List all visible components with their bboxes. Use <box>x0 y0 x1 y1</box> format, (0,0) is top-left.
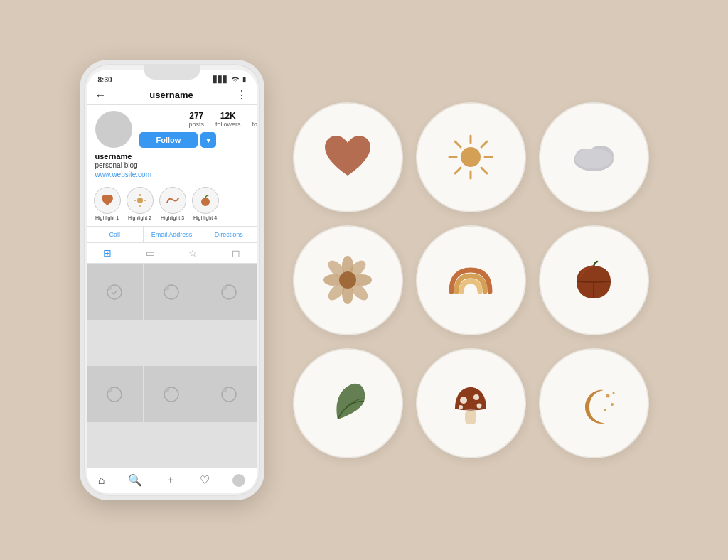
battery-icon: ▮ <box>242 76 246 83</box>
stats-follow-area: 277 posts 12K followers 674 following <box>139 111 257 148</box>
highlight-label-1: Highlight 1 <box>95 215 119 220</box>
email-tab[interactable]: Email Address <box>144 227 200 242</box>
stats-row: 277 posts 12K followers 674 following <box>139 111 257 128</box>
svg-point-11 <box>223 286 227 290</box>
apple-circle <box>539 225 649 335</box>
photo-cell-4[interactable] <box>87 366 143 422</box>
icons-grid <box>293 102 649 458</box>
profile-bio: personal blog <box>95 161 249 169</box>
svg-point-13 <box>108 388 112 392</box>
profile-info-row: 277 posts 12K followers 674 following <box>95 111 249 148</box>
svg-point-41 <box>460 397 467 404</box>
svg-line-25 <box>481 141 487 147</box>
svg-point-30 <box>575 149 612 168</box>
stat-following: 674 following <box>252 111 257 128</box>
following-label: following <box>252 121 257 128</box>
svg-point-39 <box>339 271 356 289</box>
add-icon[interactable]: ＋ <box>165 473 176 488</box>
profile-section: 277 posts 12K followers 674 following <box>87 105 257 181</box>
follow-btn-row: Follow ▼ <box>139 132 257 148</box>
mushroom-circle <box>416 348 526 458</box>
svg-point-15 <box>165 388 169 392</box>
reels-view-icon[interactable]: ◻ <box>232 247 240 259</box>
phone-screen: 8:30 ▋▋▋ ▮ ← username ⋮ <box>87 70 257 493</box>
photo-cell-6[interactable] <box>200 366 257 422</box>
highlight-label-2: Highlight 2 <box>128 215 151 220</box>
svg-rect-40 <box>465 410 476 424</box>
stat-followers: 12K followers <box>215 111 241 128</box>
photo-cell-3[interactable] <box>200 264 257 320</box>
home-icon[interactable]: ⌂ <box>98 474 105 487</box>
flower-circle <box>293 225 403 335</box>
svg-point-44 <box>459 405 463 409</box>
grid-nav: ⊞ ▭ ☆ ◻ <box>87 243 257 264</box>
search-icon[interactable]: 🔍 <box>128 473 142 487</box>
svg-point-45 <box>606 394 609 397</box>
call-tab[interactable]: Call <box>87 227 144 242</box>
action-tabs: Call Email Address Directions <box>87 226 257 243</box>
highlight-3[interactable]: Highlight 3 <box>159 187 186 220</box>
svg-point-46 <box>611 403 614 406</box>
tagged-view-icon[interactable]: ☆ <box>188 247 198 259</box>
sun-circle <box>416 102 526 212</box>
phone-notch <box>144 64 200 80</box>
svg-point-7 <box>108 286 112 290</box>
highlight-4[interactable]: Highlight 4 <box>192 187 219 220</box>
followers-count: 12K <box>220 111 236 121</box>
svg-point-0 <box>137 198 143 203</box>
highlight-circle-3 <box>159 187 186 214</box>
rainbow-circle <box>416 225 526 335</box>
grid-view-icon[interactable]: ⊞ <box>103 247 112 259</box>
profile-icon[interactable] <box>232 474 245 487</box>
list-view-icon[interactable]: ▭ <box>146 247 155 259</box>
highlight-2[interactable]: Highlight 2 <box>127 187 154 220</box>
phone-mockup: 8:30 ▋▋▋ ▮ ← username ⋮ <box>80 60 264 500</box>
highlight-1[interactable]: Highlight 1 <box>94 187 121 220</box>
back-button[interactable]: ← <box>95 89 107 102</box>
svg-point-47 <box>604 409 606 411</box>
heart-icon[interactable]: ♡ <box>200 473 210 487</box>
stat-posts: 277 posts <box>189 111 205 128</box>
status-time: 8:30 <box>98 76 112 84</box>
svg-point-5 <box>201 198 210 206</box>
nav-username: username <box>149 90 193 100</box>
nav-bar: ← username ⋮ <box>87 85 257 105</box>
cloud-circle <box>539 102 649 212</box>
photo-cell-5[interactable] <box>144 366 200 422</box>
avatar <box>95 111 132 148</box>
highlights-row: Highlight 1 Highlight 2 Highlight 3 <box>87 181 257 226</box>
svg-point-9 <box>165 286 169 290</box>
svg-point-18 <box>461 147 481 167</box>
svg-point-43 <box>476 403 481 408</box>
profile-name: username <box>95 152 249 161</box>
follow-dropdown-button[interactable]: ▼ <box>200 132 216 148</box>
bottom-bar: ⌂ 🔍 ＋ ♡ <box>87 468 257 493</box>
highlight-circle-4 <box>192 187 219 214</box>
svg-line-26 <box>455 168 461 173</box>
svg-point-42 <box>473 394 479 400</box>
highlight-label-4: Highlight 4 <box>193 215 217 220</box>
main-container: 8:30 ▋▋▋ ▮ ← username ⋮ <box>65 45 663 515</box>
highlight-circle-2 <box>127 187 154 214</box>
svg-point-17 <box>223 388 227 392</box>
moon-circle <box>539 348 649 458</box>
svg-line-24 <box>481 168 487 173</box>
photo-cell-1[interactable] <box>87 264 143 320</box>
follow-button[interactable]: Follow <box>139 132 198 148</box>
photo-grid <box>87 264 257 468</box>
followers-label: followers <box>215 121 241 128</box>
signal-icon: ▋▋▋ <box>213 76 228 83</box>
directions-tab[interactable]: Directions <box>200 227 257 242</box>
highlight-circle-1 <box>94 187 121 214</box>
menu-button[interactable]: ⋮ <box>236 88 248 102</box>
profile-link[interactable]: www.website.com <box>95 171 249 178</box>
svg-point-48 <box>612 392 614 394</box>
svg-line-23 <box>455 141 461 147</box>
leaf-circle <box>293 348 403 458</box>
heart-circle <box>293 102 403 212</box>
posts-label: posts <box>189 121 205 128</box>
posts-count: 277 <box>189 111 203 121</box>
wifi-icon <box>231 75 240 84</box>
highlight-label-3: Highlight 3 <box>161 215 184 220</box>
photo-cell-2[interactable] <box>144 264 200 320</box>
